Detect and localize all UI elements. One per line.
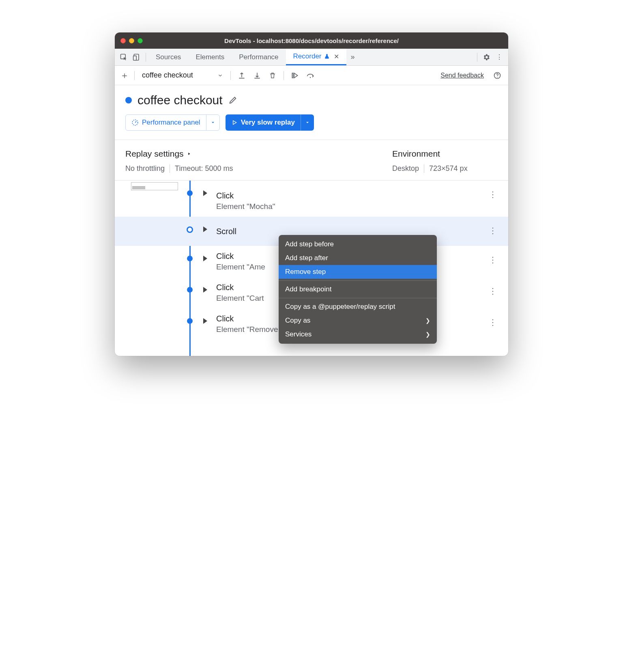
timeline-node xyxy=(187,318,193,324)
performance-panel-button[interactable]: Performance panel xyxy=(125,114,220,131)
menu-add-step-before[interactable]: Add step before xyxy=(279,237,437,251)
timeout-value: Timeout: 5000 ms xyxy=(175,164,233,173)
tab-label: Sources xyxy=(156,53,181,61)
divider xyxy=(146,53,146,62)
menu-copy-as[interactable]: Copy as ❯ xyxy=(279,314,437,327)
tab-label: Elements xyxy=(195,53,224,61)
tab-recorder[interactable]: Recorder ✕ xyxy=(286,49,346,65)
chevron-down-icon xyxy=(217,73,223,78)
performance-panel-main[interactable]: Performance panel xyxy=(126,115,206,130)
env-device: Desktop xyxy=(392,164,419,173)
divider xyxy=(424,164,424,173)
svg-rect-2 xyxy=(133,56,137,60)
kebab-menu-icon[interactable]: ⋮ xyxy=(493,51,506,64)
replay-button[interactable]: Very slow replay xyxy=(226,114,314,131)
disclosure-triangle-icon[interactable] xyxy=(203,226,207,232)
replay-dropdown[interactable] xyxy=(301,114,314,131)
menu-add-breakpoint[interactable]: Add breakpoint xyxy=(279,282,437,296)
disclosure-triangle-icon[interactable] xyxy=(203,318,207,324)
timeline-node xyxy=(187,256,193,261)
window-titlebar: DevTools - localhost:8080/docs/devtools/… xyxy=(115,32,508,49)
tab-label: Recorder xyxy=(293,52,322,60)
divider xyxy=(230,71,231,80)
step-play-icon[interactable] xyxy=(288,69,302,82)
divider xyxy=(477,53,477,62)
button-label: Very slow replay xyxy=(241,118,295,127)
menu-services[interactable]: Services ❯ xyxy=(279,327,437,341)
tab-elements[interactable]: Elements xyxy=(188,49,232,65)
step-context-menu: Add step before Add step after Remove st… xyxy=(279,235,437,344)
tab-sources[interactable]: Sources xyxy=(148,49,188,65)
button-label: Performance panel xyxy=(142,118,200,127)
step-menu-icon[interactable]: ⋮ xyxy=(489,286,498,296)
traffic-lights xyxy=(120,38,143,43)
help-icon[interactable] xyxy=(490,69,504,82)
minimize-window-button[interactable] xyxy=(129,38,134,43)
tab-label: Performance xyxy=(239,53,278,61)
divider xyxy=(170,164,170,173)
step-menu-icon[interactable]: ⋮ xyxy=(489,226,498,235)
send-feedback-link[interactable]: Send feedback xyxy=(440,72,484,79)
close-window-button[interactable] xyxy=(120,38,126,43)
devtools-tabstrip: Sources Elements Performance Recorder ✕ … xyxy=(115,49,508,66)
close-tab-icon[interactable]: ✕ xyxy=(334,53,339,60)
maximize-window-button[interactable] xyxy=(137,38,143,43)
recording-title-row: coffee checkout xyxy=(125,93,498,107)
recording-selector-label: coffee checkout xyxy=(142,71,193,80)
timeline-node xyxy=(187,226,193,233)
menu-remove-step[interactable]: Remove step xyxy=(279,265,437,279)
replay-settings-heading[interactable]: Replay settings xyxy=(125,149,376,159)
step-title: Click xyxy=(216,191,501,200)
menu-separator xyxy=(279,298,437,298)
disclosure-triangle-icon[interactable] xyxy=(203,256,207,261)
more-tabs-icon[interactable]: » xyxy=(346,51,359,64)
device-toolbar-icon[interactable] xyxy=(130,51,143,64)
chevron-right-icon: ❯ xyxy=(425,331,430,338)
experiment-icon xyxy=(324,54,330,59)
recorder-toolbar: ＋ coffee checkout Send feedback xyxy=(115,66,508,85)
step-menu-icon[interactable]: ⋮ xyxy=(489,255,498,265)
step-subtitle: Element "Mocha" xyxy=(216,202,501,211)
recording-actions: Performance panel Very slow replay xyxy=(125,114,498,131)
inspect-element-icon[interactable] xyxy=(117,51,130,64)
delete-icon[interactable] xyxy=(266,69,279,82)
step-menu-icon[interactable]: ⋮ xyxy=(489,190,498,199)
env-size: 723×574 px xyxy=(429,164,468,173)
menu-add-step-after[interactable]: Add step after xyxy=(279,251,437,265)
svg-point-6 xyxy=(497,77,498,78)
environment-heading: Environment xyxy=(392,149,498,159)
performance-panel-dropdown[interactable] xyxy=(206,115,219,130)
replay-settings-row: Replay settings No throttling Timeout: 5… xyxy=(115,140,508,181)
environment-col: Environment Desktop 723×574 px xyxy=(392,149,498,173)
timeline-node xyxy=(187,190,193,196)
devtools-window: DevTools - localhost:8080/docs/devtools/… xyxy=(115,32,508,356)
recording-timeline: Click Element "Mocha" ⋮ Scroll ⋮ Click E… xyxy=(115,181,508,356)
step-click-mocha[interactable]: Click Element "Mocha" ⋮ xyxy=(115,181,508,217)
recording-title: coffee checkout xyxy=(137,93,223,107)
settings-gear-icon[interactable] xyxy=(480,51,493,64)
menu-separator xyxy=(279,280,437,281)
tab-performance[interactable]: Performance xyxy=(232,49,286,65)
svg-point-4 xyxy=(310,77,311,78)
replay-settings-col: Replay settings No throttling Timeout: 5… xyxy=(125,149,376,173)
disclosure-triangle-icon[interactable] xyxy=(203,190,207,196)
step-menu-icon[interactable]: ⋮ xyxy=(489,317,498,327)
timeline-node xyxy=(187,287,193,293)
import-icon[interactable] xyxy=(250,69,264,82)
throttling-value: No throttling xyxy=(125,164,165,173)
edit-title-icon[interactable] xyxy=(228,96,237,105)
window-title: DevTools - localhost:8080/docs/devtools/… xyxy=(115,37,508,44)
menu-copy-puppeteer[interactable]: Copy as a @puppeteer/replay script xyxy=(279,300,437,314)
recording-header: coffee checkout Performance panel Very s… xyxy=(115,85,508,140)
replay-main[interactable]: Very slow replay xyxy=(226,114,301,131)
divider xyxy=(134,71,135,80)
export-icon[interactable] xyxy=(235,69,249,82)
recording-selector[interactable]: coffee checkout xyxy=(139,71,226,80)
recording-status-dot xyxy=(125,97,132,103)
divider xyxy=(284,71,284,80)
disclosure-triangle-icon[interactable] xyxy=(203,287,207,293)
svg-rect-3 xyxy=(292,73,293,78)
new-recording-button[interactable]: ＋ xyxy=(119,69,130,82)
step-over-icon[interactable] xyxy=(303,69,317,82)
chevron-right-icon: ❯ xyxy=(425,317,430,324)
